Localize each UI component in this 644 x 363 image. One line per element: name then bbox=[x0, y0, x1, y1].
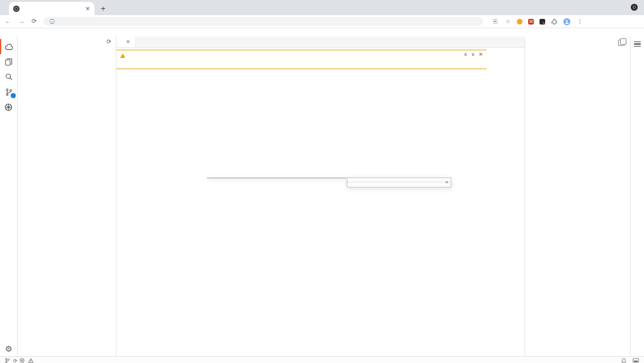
favicon-icon bbox=[13, 6, 20, 12]
activity-1c-explorer-icon[interactable] bbox=[0, 39, 18, 54]
editor-group: ✕ ∧ ∨ ✕ bbox=[116, 36, 524, 356]
sync-indicator[interactable]: ⟳ bbox=[13, 358, 17, 363]
editor-tab[interactable]: ✕ bbox=[116, 36, 136, 47]
problems-controls: ∧ ∨ ✕ bbox=[464, 52, 483, 57]
activity-source-control-icon[interactable] bbox=[0, 84, 18, 99]
status-bar-right bbox=[590, 358, 639, 363]
extension-orange-icon[interactable] bbox=[517, 19, 523, 25]
reload-icon[interactable]: ⟳ bbox=[31, 18, 37, 25]
bookmark-star-icon[interactable]: ☆ bbox=[504, 18, 511, 25]
editor-tab-close-icon[interactable]: ✕ bbox=[126, 39, 130, 45]
autocomplete-popup bbox=[207, 177, 346, 179]
outline-header bbox=[525, 38, 630, 47]
browser-tab-bar: ✕ + bbox=[0, 0, 644, 15]
address-bar[interactable]: ⓘ bbox=[43, 17, 483, 26]
back-icon[interactable]: ← bbox=[5, 18, 11, 25]
screen: { "browser": { "tab_title": "demo-app — … bbox=[0, 0, 644, 363]
problem-message[interactable] bbox=[116, 60, 487, 60]
extensions-puzzle-icon[interactable] bbox=[551, 18, 558, 25]
browser-menu-icon[interactable]: ⋮ bbox=[576, 18, 583, 25]
new-tab-button[interactable]: + bbox=[101, 4, 106, 13]
problems-widget: ∧ ∨ ✕ bbox=[116, 50, 487, 69]
ide-menubar bbox=[0, 28, 644, 36]
activity-plugin-icon[interactable] bbox=[0, 99, 18, 114]
outline-collapse-icon[interactable] bbox=[618, 40, 624, 46]
screencast-icon[interactable] bbox=[633, 358, 639, 363]
git-branch-indicator[interactable] bbox=[5, 358, 11, 363]
editor-tab-bar: ✕ bbox=[116, 36, 524, 48]
status-bar: ⟳ bbox=[0, 356, 644, 363]
code-editor[interactable]: ∧ ∨ ✕ ✕ bbox=[116, 48, 524, 356]
ide-main: ⚙ ⟳ ✕ ∧ ∨ bbox=[0, 36, 644, 356]
tab-bar-account-icon[interactable] bbox=[631, 4, 638, 11]
activity-files-icon[interactable] bbox=[0, 54, 18, 69]
profile-avatar[interactable] bbox=[563, 18, 570, 25]
browser-tab[interactable]: ✕ bbox=[9, 2, 94, 15]
right-sidebar-strip bbox=[630, 36, 644, 356]
notifications-bell-icon[interactable] bbox=[621, 358, 626, 363]
outline-panel bbox=[524, 36, 630, 356]
problem-prev-icon[interactable]: ∧ bbox=[464, 52, 468, 57]
extension-dark-icon[interactable] bbox=[539, 19, 545, 25]
extension-1c-icon[interactable]: 1C bbox=[528, 19, 534, 25]
site-info-icon[interactable]: ⓘ bbox=[49, 18, 54, 25]
problems-header: ∧ ∨ ✕ bbox=[116, 50, 487, 60]
browser-action-icons: ⎘ ☆ 1C ⋮ bbox=[492, 18, 583, 25]
share-icon[interactable]: ⎘ bbox=[492, 18, 499, 25]
refresh-icon[interactable]: ⟳ bbox=[106, 38, 111, 45]
activity-bar: ⚙ bbox=[0, 36, 18, 356]
browser-toolbar: ← → ⟳ ⓘ ⎘ ☆ 1C ⋮ bbox=[0, 15, 644, 28]
errors-indicator[interactable] bbox=[20, 358, 26, 363]
warning-icon bbox=[120, 53, 125, 58]
outline-view-icon[interactable] bbox=[634, 42, 641, 356]
doc-body bbox=[347, 182, 451, 187]
tab-close-icon[interactable]: ✕ bbox=[85, 6, 90, 12]
activity-search-icon[interactable] bbox=[0, 69, 18, 84]
problems-close-icon[interactable]: ✕ bbox=[478, 52, 483, 57]
forward-icon[interactable]: → bbox=[18, 18, 25, 25]
explorer-header: ⟳ bbox=[18, 36, 116, 47]
warnings-indicator[interactable] bbox=[28, 358, 35, 363]
autocomplete-doc-panel: ✕ bbox=[347, 177, 451, 187]
scm-badge bbox=[11, 93, 16, 98]
doc-signature: ✕ bbox=[347, 178, 451, 182]
explorer-panel: ⟳ bbox=[18, 36, 116, 356]
problem-next-icon[interactable]: ∨ bbox=[471, 52, 475, 57]
settings-gear-icon[interactable]: ⚙ bbox=[5, 344, 13, 354]
doc-close-icon[interactable]: ✕ bbox=[445, 179, 448, 185]
